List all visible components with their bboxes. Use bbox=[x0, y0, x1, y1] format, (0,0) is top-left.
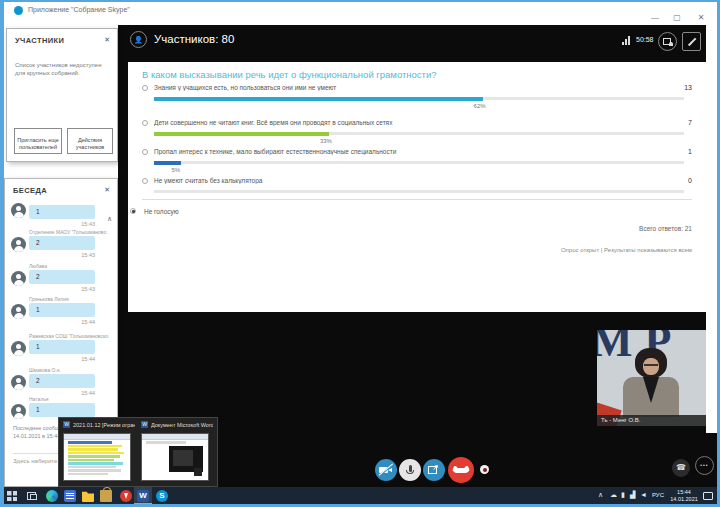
chat-panel-title: БЕСЕДА bbox=[13, 186, 47, 195]
poll-total-answers: Всего ответов: 21 bbox=[639, 225, 692, 232]
avatar bbox=[11, 304, 26, 319]
start-button[interactable] bbox=[6, 490, 18, 502]
signal-strength-icon bbox=[622, 35, 632, 45]
poll-percent-0: 62% bbox=[474, 103, 486, 109]
document-thumbnail[interactable] bbox=[63, 433, 131, 481]
poll-bar-fill-1 bbox=[154, 132, 329, 136]
hidden-icons-chevron[interactable]: ∧ bbox=[598, 491, 603, 499]
camera-off-button[interactable] bbox=[375, 459, 397, 481]
poll-option-3-bar: 5% bbox=[154, 161, 684, 164]
poll-option-3[interactable]: Пропал интерес к технике, мало выбирают … bbox=[142, 148, 694, 178]
word-taskbar-button[interactable]: W bbox=[134, 487, 152, 505]
poll-bar-fill-0 bbox=[154, 97, 483, 101]
present-button[interactable]: ↗ bbox=[423, 459, 445, 481]
skype-app-icon bbox=[14, 6, 23, 15]
notification-center-icon[interactable] bbox=[703, 492, 713, 500]
clock[interactable]: 15:44 14.01.2021 bbox=[667, 489, 701, 503]
lock-app-icon[interactable] bbox=[100, 490, 112, 502]
participant-actions-button[interactable]: Действия участников bbox=[67, 128, 113, 154]
red-app-icon[interactable] bbox=[120, 490, 132, 502]
language-indicator[interactable]: РУС bbox=[652, 492, 664, 498]
document-thumbnail[interactable] bbox=[141, 433, 209, 481]
poll-option-2-votes: 7 bbox=[688, 119, 692, 126]
poll-divider bbox=[142, 199, 692, 200]
poll-option-3-votes: 1 bbox=[688, 148, 692, 155]
poll-bar-fill-2 bbox=[154, 161, 181, 165]
poll-abstain-radio[interactable] bbox=[130, 208, 136, 214]
preview-title: 2021.01.12 [Режим ограничен… bbox=[73, 422, 135, 428]
network-icon[interactable]: ▟ bbox=[630, 491, 635, 499]
close-button[interactable]: ✕ bbox=[694, 13, 708, 22]
microphone-tray-icon[interactable]: ▮ bbox=[621, 491, 625, 499]
onedrive-icon[interactable]: ☁ bbox=[610, 491, 617, 499]
preview-title: Документ Microsoft Word - W… bbox=[151, 422, 213, 428]
participants-close-icon[interactable]: ✕ bbox=[104, 36, 110, 44]
word-window-preview-1[interactable]: W 2021.01.12 [Режим ограничен… bbox=[63, 421, 137, 484]
word-window-preview-2[interactable]: W Документ Microsoft Word - W… bbox=[141, 421, 215, 484]
avatar bbox=[11, 341, 26, 356]
tray-date: 14.01.2021 bbox=[667, 496, 701, 503]
taskbar: W S ∧ ☁ ▮ ▟ ◄ РУС 15:44 14.01.2021 bbox=[0, 487, 720, 505]
maximize-button[interactable]: ▢ bbox=[670, 13, 684, 22]
word-icon: W bbox=[141, 421, 148, 428]
skype-taskbar-button[interactable]: S bbox=[156, 490, 168, 502]
layout-picker-button[interactable] bbox=[658, 32, 677, 51]
chat-scroll-up-icon[interactable]: ∧ bbox=[107, 215, 112, 223]
poll-status: Опрос открыт | Результаты показываются в… bbox=[561, 247, 692, 253]
speaker-name-label: Ть - Менг О.В. bbox=[597, 415, 707, 426]
fullscreen-button[interactable] bbox=[682, 32, 701, 51]
word-icon: W bbox=[137, 490, 149, 502]
blue-app-icon[interactable] bbox=[64, 490, 76, 502]
tray-time: 15:44 bbox=[667, 489, 701, 496]
poll-option-4-votes: 0 bbox=[688, 177, 692, 184]
window-title: Приложение "Собрание Skype" bbox=[28, 6, 130, 13]
participants-count: Участников: 80 bbox=[154, 33, 234, 45]
record-indicator[interactable] bbox=[480, 465, 489, 474]
record-dot-icon bbox=[483, 468, 487, 472]
participants-notice: Список участников недоступен для крупных… bbox=[15, 61, 107, 77]
screen-edge-top bbox=[0, 0, 720, 2]
glasses bbox=[644, 364, 658, 366]
poll-option-1-radio[interactable] bbox=[142, 85, 148, 91]
window-titlebar: Приложение "Собрание Skype" — ▢ ✕ bbox=[4, 2, 717, 24]
avatar bbox=[11, 404, 26, 419]
poll-option-4-bar bbox=[154, 190, 684, 193]
invite-users-button[interactable]: Пригласить еще пользователей bbox=[14, 128, 62, 154]
poll-option-3-radio[interactable] bbox=[142, 149, 148, 155]
edge-browser-icon[interactable] bbox=[46, 490, 58, 502]
taskbar-preview-popup: W 2021.01.12 [Режим ограничен… W Докумен… bbox=[58, 417, 218, 487]
poll-option-2-bar: 33% bbox=[154, 132, 684, 135]
avatar bbox=[11, 237, 26, 252]
poll-percent-1: 33% bbox=[320, 138, 332, 144]
more-options-button[interactable]: ••• bbox=[695, 456, 714, 475]
volume-icon[interactable]: ◄ bbox=[640, 491, 647, 498]
minimize-button[interactable]: — bbox=[648, 13, 662, 22]
poll-option-4-radio[interactable] bbox=[142, 178, 148, 184]
poll-option-1[interactable]: Знания у учащихся есть, но пользоваться … bbox=[142, 84, 694, 114]
task-view-button[interactable] bbox=[26, 490, 38, 502]
poll-option-2-label: Дети совершенно не читают книг. Всё врем… bbox=[154, 119, 594, 126]
chat-message-0: 1 15:43 bbox=[5, 203, 117, 211]
hangup-button[interactable] bbox=[448, 457, 474, 483]
poll-abstain-option[interactable]: Не голосую bbox=[142, 208, 179, 215]
poll-option-1-bar: 62% bbox=[154, 97, 684, 100]
poll-panel: В каком высказывании речь идет о функцио… bbox=[128, 62, 706, 312]
avatar bbox=[11, 203, 26, 218]
poll-option-2[interactable]: Дети совершенно не читают книг. Всё врем… bbox=[142, 119, 694, 149]
poll-abstain-label: Не голосую bbox=[144, 208, 179, 215]
phone-audio-button[interactable]: ☎ bbox=[672, 459, 690, 477]
participants-icon: 👤 bbox=[130, 31, 147, 48]
poll-option-2-radio[interactable] bbox=[142, 120, 148, 126]
screen-edge-left bbox=[0, 0, 4, 507]
microphone-button[interactable] bbox=[399, 459, 421, 481]
participants-panel-title: УЧАСТНИКИ bbox=[15, 36, 64, 45]
file-explorer-icon[interactable] bbox=[82, 490, 94, 502]
chat-close-icon[interactable]: ✕ bbox=[104, 186, 110, 194]
meeting-timer: 50:58 bbox=[636, 36, 654, 43]
poll-option-3-label: Пропал интерес к технике, мало выбирают … bbox=[154, 148, 594, 155]
poll-option-4[interactable]: Не умеют считать без калькулятора 0 bbox=[142, 177, 694, 207]
poll-option-1-votes: 13 bbox=[684, 84, 692, 91]
window-right-margin bbox=[706, 25, 717, 433]
hangup-icon bbox=[454, 468, 468, 473]
speaker-video-feed[interactable]: МР Ть - Менг О.В. bbox=[597, 330, 707, 426]
